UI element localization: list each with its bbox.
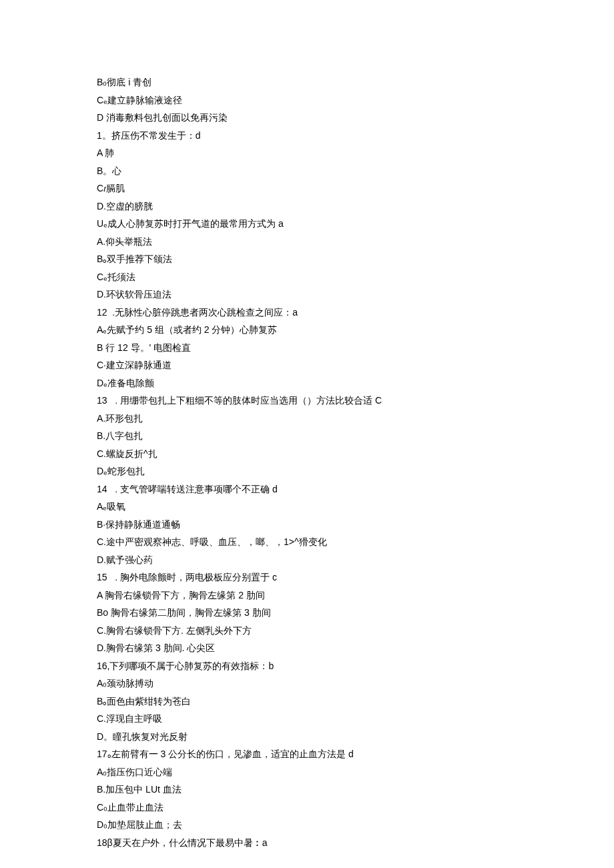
text-line: A.环形包扎 <box>97 410 517 428</box>
text-line: Bₒ双手推荐下颌法 <box>97 250 517 268</box>
text-line: Cₑ托须法 <box>97 268 517 286</box>
text-line: C·建立深静脉通道 <box>97 356 517 374</box>
text-line: A₀指压伤口近心端 <box>97 763 517 781</box>
text-line: A.仰头举瓶法 <box>97 233 517 251</box>
text-line: Bo 胸骨右缘第二肋间，胸骨左缘第 3 肋间 <box>97 604 517 622</box>
text-line: Aₑ吸氧 <box>97 498 517 516</box>
document-page: B₀彻底 i 青创 Cₑ建立静脉输液途径 D 消毒敷料包扎创面以免再污染 1。挤… <box>0 0 614 868</box>
text-line: A₀颈动脉搏动 <box>97 675 517 693</box>
text-line: 1。挤压伤不常发生于：d <box>97 127 517 145</box>
text-line: C₀止血带止血法 <box>97 799 517 817</box>
text-line: B₀彻底 i 青创 <box>97 73 517 91</box>
text-line: C.途中严密观察神志、呼吸、血压、，啷、，1>^猾变化 <box>97 533 517 551</box>
text-line: 12 .无脉性心脏停跳患者两次心跳检查之间应：a <box>97 304 517 322</box>
text-line: 13 . 用绷带包扎上下粗细不等的肢体时应当选用（）方法比较合适 C <box>97 392 517 410</box>
text-line: D 消毒敷料包扎创面以免再污染 <box>97 109 517 127</box>
text-line: D₀加垫屈肢止血；去 <box>97 816 517 834</box>
text-line: 18β夏天在户外，什么情况下最易中暑︰a <box>97 834 517 852</box>
text-line: A 肺 <box>97 144 517 162</box>
text-line: Aₑ先赋予约 5 组（或者约 2 分钟）心肺复苏 <box>97 321 517 339</box>
text-line: B 行 12 导。' 电图检直 <box>97 339 517 357</box>
text-line: D.环状软骨压迫法 <box>97 286 517 304</box>
text-line: D。瞳孔恢复对光反射 <box>97 728 517 746</box>
text-line: Bₒ面色由紫绀转为苍白 <box>97 693 517 711</box>
text-line: B。心 <box>97 162 517 180</box>
text-line: 14 . 支气管哮喘转送注意事项哪个不正确 d <box>97 480 517 498</box>
text-line: C𝑡膈肌 <box>97 179 517 197</box>
text-line: C.螺旋反折^扎 <box>97 445 517 463</box>
text-line: 15 . 胸外电除颤时，两电极板应分别置于 c <box>97 568 517 586</box>
text-line: B.八字包扎 <box>97 427 517 445</box>
text-line: D.空虚的膀胱 <box>97 197 517 215</box>
text-line: C.胸骨右缘锁骨下方. 左侧乳头外下方 <box>97 622 517 640</box>
text-line: Dₑ蛇形包扎 <box>97 462 517 480</box>
text-line: D.胸骨右缘第 3 肋间. 心尖区 <box>97 639 517 657</box>
text-line: B.加压包中 LUt 血法 <box>97 781 517 799</box>
text-line: A 胸骨右缘锁骨下方，胸骨左缘第 2 肋间 <box>97 586 517 604</box>
text-line: Dₑ准备电除颤 <box>97 374 517 392</box>
text-line: C.浮现自主呼吸 <box>97 710 517 728</box>
text-line: 16,下列哪项不属于心肺复苏的有效指标：b <box>97 657 517 675</box>
text-line: Cₑ建立静脉输液途径 <box>97 91 517 109</box>
text-line: 17ₒ左前臂有一 3 公分长的伤口，见渗血，适宜的止血方法是 d <box>97 745 517 763</box>
text-line: D.赋予强心药 <box>97 551 517 569</box>
text-line: B·保持静脉通道通畅 <box>97 516 517 534</box>
text-line: Uₑ成人心肺复苏时打开气道的最常用方式为 a <box>97 215 517 233</box>
